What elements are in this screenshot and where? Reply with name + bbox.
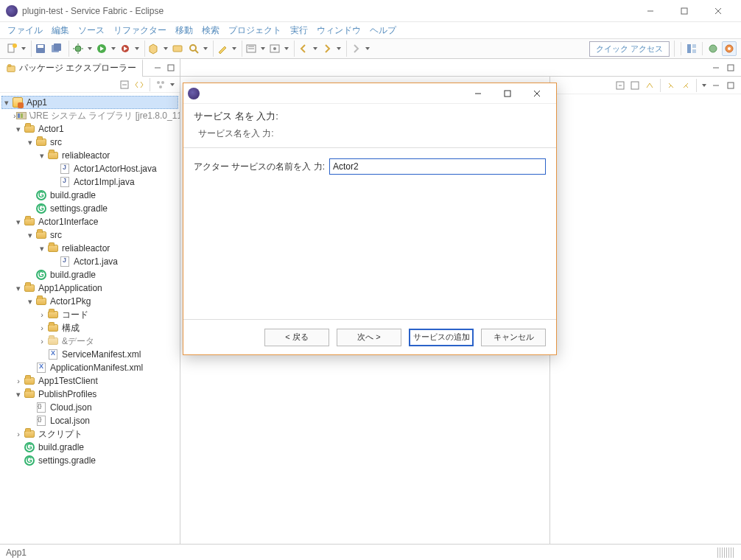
- menu-window[interactable]: ウィンドウ: [314, 23, 364, 38]
- folder-icon: [47, 150, 59, 161]
- tree-project[interactable]: ▾ App1: [1, 96, 178, 109]
- open-perspective-button[interactable]: [684, 41, 699, 56]
- perspective-servicefabric-button[interactable]: [722, 41, 737, 56]
- dialog-maximize-button[interactable]: [493, 83, 522, 104]
- tree-folder[interactable]: › 構成: [1, 321, 178, 335]
- new-dropdown[interactable]: [21, 47, 27, 50]
- tree-folder[interactable]: › コード: [1, 308, 178, 321]
- editor-minimize-button[interactable]: [710, 62, 722, 74]
- save-all-button[interactable]: [49, 41, 64, 56]
- menu-edit[interactable]: 編集: [49, 23, 72, 38]
- tree-folder[interactable]: ▾ App1Application: [1, 281, 178, 295]
- toggle-mark-button[interactable]: [215, 41, 230, 56]
- open-task-button[interactable]: [147, 41, 161, 56]
- view-menu-button[interactable]: [169, 83, 175, 86]
- tree-file[interactable]: Actor1.java: [1, 255, 178, 268]
- debug-button[interactable]: [71, 41, 85, 56]
- link-editor-button[interactable]: [133, 79, 145, 91]
- search-tool-dropdown[interactable]: [203, 47, 208, 50]
- ext-tools-dropdown[interactable]: [134, 47, 140, 50]
- pin-editor-button[interactable]: [348, 41, 363, 56]
- menu-project[interactable]: プロジェクト: [225, 23, 284, 38]
- save-button[interactable]: [33, 41, 48, 56]
- outline-tool-2[interactable]: [629, 80, 641, 91]
- menu-file[interactable]: ファイル: [4, 23, 46, 38]
- menu-navigate[interactable]: 移動: [172, 23, 196, 38]
- tree-file[interactable]: Local.json: [1, 414, 178, 427]
- tree-folder[interactable]: ▾ src: [1, 228, 178, 242]
- dialog-finish-button[interactable]: サービスの追加: [409, 329, 474, 346]
- open-type-button[interactable]: [170, 41, 185, 56]
- window-minimize-button[interactable]: [633, 0, 667, 22]
- outline-maximize-button[interactable]: [725, 80, 737, 91]
- service-name-input[interactable]: [329, 158, 546, 175]
- perspective-java-button[interactable]: [706, 41, 720, 56]
- fwd-history-dropdown[interactable]: [336, 47, 342, 50]
- outline-view-menu[interactable]: [701, 84, 707, 87]
- outline-tool-1[interactable]: [614, 80, 626, 91]
- fwd-history-button[interactable]: [320, 41, 334, 56]
- tree-folder[interactable]: › App1TestClient: [1, 374, 178, 388]
- tree-file[interactable]: G build.gradle: [1, 268, 178, 281]
- tree-file[interactable]: Actor1Impl.java: [1, 175, 178, 189]
- ext-tools-button[interactable]: [118, 41, 133, 56]
- window-close-button[interactable]: [701, 0, 735, 22]
- tree-folder[interactable]: ▾ Actor1Interface: [1, 215, 178, 228]
- tree-folder[interactable]: ▾ Actor1Pkg: [1, 295, 178, 308]
- window-maximize-button[interactable]: [667, 0, 701, 22]
- editor-maximize-button[interactable]: [725, 62, 737, 74]
- menu-help[interactable]: ヘルプ: [367, 23, 399, 38]
- back-history-button[interactable]: [296, 41, 311, 56]
- dialog-next-button[interactable]: 次へ >: [337, 329, 401, 346]
- nav-annotation-dropdown[interactable]: [284, 47, 289, 50]
- outline-tool-5[interactable]: [680, 80, 692, 91]
- outline-tool-4[interactable]: [665, 80, 677, 91]
- dialog-cancel-button[interactable]: キャンセル: [481, 329, 546, 346]
- nav-annotation-button[interactable]: [267, 41, 282, 56]
- dialog-minimize-button[interactable]: [463, 83, 493, 104]
- tree-folder[interactable]: ▾ src: [1, 136, 178, 149]
- tree-file[interactable]: ServiceManifest.xml: [1, 348, 178, 361]
- tree-package[interactable]: ▾ reliableactor: [1, 242, 178, 255]
- run-button[interactable]: [94, 41, 109, 56]
- quick-access-box[interactable]: クイック アクセス: [589, 41, 670, 57]
- filters-button[interactable]: [155, 79, 166, 91]
- collapse-all-button[interactable]: [119, 79, 130, 91]
- package-explorer-tab[interactable]: パッケージ エクスプローラー: [0, 59, 143, 77]
- back-history-dropdown[interactable]: [312, 47, 318, 50]
- debug-dropdown[interactable]: [87, 47, 93, 50]
- dialog-back-button[interactable]: < 戻る: [264, 329, 329, 346]
- tree-file[interactable]: G settings.gradle: [1, 454, 178, 467]
- tree-folder[interactable]: › スクリプト: [1, 427, 178, 441]
- menu-search[interactable]: 検索: [199, 23, 222, 38]
- open-task-dropdown[interactable]: [163, 47, 169, 50]
- tree-jre[interactable]: › \JRE システム ライブラリ [jre1.8.0_111]: [1, 109, 178, 122]
- tree-file[interactable]: Actor1ActorHost.java: [1, 162, 178, 175]
- nav-last-edit-dropdown[interactable]: [260, 47, 266, 50]
- outline-tool-3[interactable]: [644, 80, 656, 91]
- folder-icon: [47, 335, 59, 347]
- menu-refactor[interactable]: リファクター: [110, 23, 169, 38]
- menu-source[interactable]: ソース: [75, 23, 108, 38]
- new-button[interactable]: [4, 41, 19, 56]
- tree-file[interactable]: G settings.gradle: [1, 202, 178, 215]
- tree-file[interactable]: Cloud.json: [1, 401, 178, 414]
- run-dropdown[interactable]: [110, 47, 116, 50]
- view-maximize-button[interactable]: [165, 62, 177, 74]
- view-minimize-button[interactable]: [152, 62, 164, 74]
- tree-package[interactable]: ▾ reliableactor: [1, 149, 178, 162]
- menu-run[interactable]: 実行: [287, 23, 311, 38]
- tree-file[interactable]: ApplicationManifest.xml: [1, 361, 178, 374]
- dialog-close-button[interactable]: [522, 83, 552, 104]
- tree-file[interactable]: G build.gradle: [1, 441, 178, 454]
- pin-editor-dropdown[interactable]: [365, 47, 370, 50]
- search-tool-button[interactable]: [186, 41, 201, 56]
- tree-folder[interactable]: ▾ PublishProfiles: [1, 388, 178, 401]
- toggle-mark-dropdown[interactable]: [231, 47, 237, 50]
- tree-folder[interactable]: › &データ: [1, 335, 178, 348]
- outline-minimize-button[interactable]: [710, 80, 722, 91]
- tree-file[interactable]: G build.gradle: [1, 189, 178, 202]
- tree-folder[interactable]: ▾ Actor1: [1, 122, 178, 136]
- nav-last-edit-button[interactable]: [244, 41, 259, 56]
- project-tree[interactable]: ▾ App1 › \JRE システム ライブラリ [jre1.8.0_111] …: [0, 93, 180, 544]
